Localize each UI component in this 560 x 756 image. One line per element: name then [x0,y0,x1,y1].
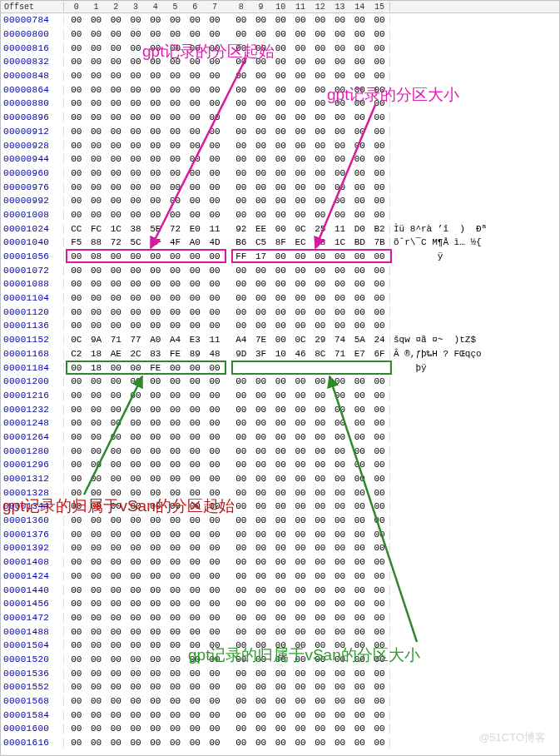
byte-cell[interactable]: 00 [270,182,290,192]
byte-cell[interactable]: 00 [126,196,146,206]
hex-row[interactable]: 00001024CCFC1C385E72E01192EE000C2511D0B2… [1,221,559,236]
byte-cell[interactable]: 00 [146,640,166,650]
byte-cell[interactable]: 00 [251,627,271,637]
byte-cell[interactable]: 00 [270,85,290,95]
byte-cell[interactable]: 00 [310,57,330,67]
byte-cell[interactable]: 00 [146,307,166,317]
byte-cell[interactable]: 00 [231,127,251,137]
byte-cell[interactable]: 00 [369,307,389,317]
byte-cell[interactable]: 00 [205,654,225,664]
byte-cell[interactable]: 00 [67,640,87,650]
byte-cell[interactable]: 00 [87,446,107,456]
byte-cell[interactable]: 00 [270,654,290,664]
byte-cell[interactable]: 00 [251,127,271,137]
byte-cell[interactable]: 00 [67,390,87,400]
byte-cell[interactable]: 00 [270,168,290,178]
byte-cell[interactable]: 00 [205,154,225,164]
byte-cell[interactable]: 00 [349,724,369,734]
byte-cell[interactable]: 00 [231,585,251,595]
byte-cell[interactable]: 00 [205,515,225,525]
byte-cell[interactable]: 00 [251,515,271,525]
byte-cell[interactable]: 00 [146,543,166,553]
byte-cell[interactable]: 00 [231,154,251,164]
byte-cell[interactable]: 00 [87,43,107,53]
byte-cell[interactable]: 00 [290,599,310,609]
hex-row[interactable]: 0000128000000000000000000000000000000000 [1,444,559,458]
byte-cell[interactable]: 00 [166,446,186,456]
byte-cell[interactable]: 00 [330,182,350,192]
byte-cell[interactable]: 00 [126,557,146,567]
byte-cell[interactable]: 0C [290,224,310,234]
byte-cell[interactable]: 00 [231,474,251,484]
hex-row[interactable]: 0000084800000000000000000000000000000000 [1,69,559,83]
byte-cell[interactable]: 00 [146,515,166,525]
byte-cell[interactable]: 00 [369,405,389,415]
byte-cell[interactable]: 00 [126,585,146,595]
byte-cell[interactable]: 00 [146,599,166,609]
byte-cell[interactable]: 00 [67,474,87,484]
byte-cell[interactable]: A4 [166,335,186,345]
byte-cell[interactable]: 00 [251,585,271,595]
byte-cell[interactable]: 00 [231,710,251,720]
byte-cell[interactable]: 00 [231,432,251,442]
byte-cell[interactable]: 00 [330,724,350,734]
byte-cell[interactable]: 00 [205,418,225,428]
byte-cell[interactable]: 00 [126,571,146,581]
byte-cell[interactable]: 00 [67,15,87,25]
byte-cell[interactable]: 00 [107,293,126,303]
byte-cell[interactable]: 00 [146,98,166,108]
byte-cell[interactable]: 00 [107,460,126,470]
byte-cell[interactable]: 00 [270,501,290,511]
byte-cell[interactable]: 00 [270,43,290,53]
byte-cell[interactable]: 00 [290,682,310,692]
byte-cell[interactable]: 00 [349,321,369,331]
hex-row[interactable]: 0000088000000000000000000000000000000000 [1,97,559,111]
hex-row[interactable]: 0000145600000000000000000000000000000000 [1,597,559,611]
byte-cell[interactable]: 00 [166,682,186,692]
byte-cell[interactable]: 00 [290,515,310,525]
byte-cell[interactable]: 00 [251,307,271,317]
byte-cell[interactable]: 00 [146,266,166,276]
byte-cell[interactable]: 00 [87,418,107,428]
byte-cell[interactable]: 00 [186,710,206,720]
byte-cell[interactable]: 00 [146,279,166,289]
byte-cell[interactable]: 00 [290,293,310,303]
byte-cell[interactable]: 00 [67,585,87,595]
byte-cell[interactable]: 00 [330,71,350,81]
byte-cell[interactable]: 00 [126,251,146,261]
byte-cell[interactable]: 00 [290,474,310,484]
byte-cell[interactable]: 00 [290,585,310,595]
byte-cell[interactable]: 00 [330,557,350,567]
byte-cell[interactable]: 00 [166,738,186,748]
byte-cell[interactable]: 5C [126,237,146,247]
byte-cell[interactable]: 18 [87,363,107,373]
byte-cell[interactable]: 00 [166,696,186,706]
byte-cell[interactable]: 00 [231,168,251,178]
byte-cell[interactable]: 00 [87,15,107,25]
byte-cell[interactable]: 00 [231,210,251,220]
byte-cell[interactable]: 00 [231,557,251,567]
byte-cell[interactable]: 00 [166,29,186,39]
byte-cell[interactable]: 00 [290,627,310,637]
byte-cell[interactable]: 00 [231,29,251,39]
byte-cell[interactable]: 00 [87,405,107,415]
byte-cell[interactable]: 00 [270,613,290,623]
byte-cell[interactable]: 00 [270,196,290,206]
byte-cell[interactable]: 00 [251,321,271,331]
byte-cell[interactable]: 00 [146,682,166,692]
byte-cell[interactable]: 00 [330,43,350,53]
hex-row[interactable]: 0000156800000000000000000000000000000000 [1,694,559,709]
byte-cell[interactable]: 00 [205,196,225,206]
byte-cell[interactable]: 00 [251,29,271,39]
byte-cell[interactable]: 00 [205,321,225,331]
byte-cell[interactable]: 00 [349,530,369,540]
byte-cell[interactable]: 00 [310,85,330,95]
byte-cell[interactable]: 00 [310,599,330,609]
byte-cell[interactable]: 00 [330,474,350,484]
byte-cell[interactable]: C2 [67,349,87,359]
byte-cell[interactable]: 00 [330,543,350,553]
byte-cell[interactable]: 00 [349,210,369,220]
byte-cell[interactable]: 00 [349,405,369,415]
byte-cell[interactable]: 00 [205,168,225,178]
byte-cell[interactable]: 00 [205,488,225,498]
